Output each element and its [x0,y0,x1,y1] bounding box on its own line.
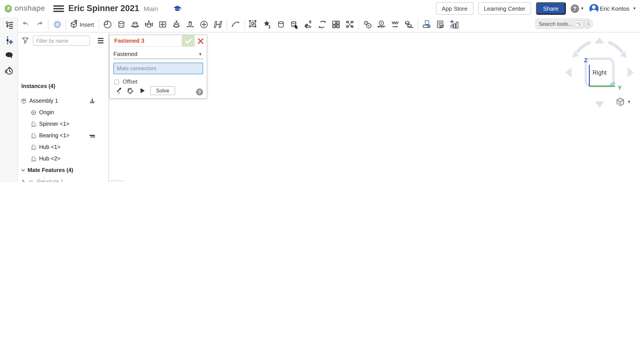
planar-mate-icon [158,20,168,29]
strip-button-history[interactable] [4,66,14,76]
share-button[interactable]: Share [536,2,566,15]
toolbar-button-parallel-mate[interactable] [211,18,224,31]
screw-relation-icon [390,20,400,29]
chevron-down-icon: ▼ [627,100,631,104]
tree-row-hub-1[interactable]: Hub <1> [18,141,109,153]
toolbar-button-belt-relation[interactable] [402,18,415,31]
document-title: Eric Spinner 2021 [68,4,139,13]
toolbar-button-cylindrical-mate[interactable] [170,18,183,31]
learning-badge-button[interactable] [170,3,184,14]
accept-button[interactable] [182,35,195,47]
slider-mate-icon [144,20,154,29]
toolbar-button-replicate[interactable] [316,18,329,31]
chevron-down-icon: ▼ [198,52,202,56]
rotate-down-arrow-icon [595,101,604,108]
toolbar-button-revolute-mate[interactable] [129,18,142,31]
onshape-wordmark: onshape [15,4,45,13]
toolbar-button-tangent-mate[interactable] [229,18,242,31]
grounded-icon [89,98,96,104]
toolbar-button-group[interactable] [247,18,260,31]
toolbar-button-slider-mate[interactable] [142,18,155,31]
view-options-button[interactable]: ▼ [615,96,633,108]
reorient-secondary-axis-icon[interactable] [126,87,134,95]
toolbar-button-insert[interactable]: Insert [68,18,96,31]
dialog-header[interactable]: Fastened 3 [110,35,207,47]
tree-row-assembly-1[interactable]: Assembly 1 [18,95,109,107]
toolbar-button-rack-pinion-relation[interactable] [375,18,388,31]
app-store-button[interactable]: App Store [436,2,473,15]
offset-row[interactable]: Offset [114,79,203,85]
toolbar-button-undo[interactable] [19,18,32,31]
part-icon [30,132,37,139]
toolbar-button-screw-relation[interactable] [389,18,402,31]
tree-row-label: Hub <1> [39,144,60,150]
user-menu[interactable]: Eric Kontos ▼ [589,4,636,13]
strip-button-create-version[interactable] [4,35,14,45]
mate-connector-icon [290,20,300,29]
tree-row-label: Bearing <1> [39,132,69,139]
onshape-logo[interactable]: onshape [4,4,45,13]
learning-center-button[interactable]: Learning Center [478,2,531,15]
part-icon [30,121,37,127]
belt-relation-icon [404,20,414,29]
mate-connectors-placeholder: Mate connectors [117,65,156,72]
animate-mate-icon[interactable] [138,87,146,95]
list-view-icon[interactable] [97,37,104,44]
strip-button-comments[interactable] [4,50,14,60]
flip-primary-axis-icon[interactable] [114,87,122,95]
toolbar-divider [358,19,359,30]
fastened-mate-dialog: Fastened 3 Fastened ▼ Mate connectors Of… [109,35,207,99]
toolbar-button-bom-table[interactable] [448,18,461,31]
onshape-logo-icon [4,4,13,13]
toolbar-button-mate[interactable] [101,18,114,31]
fixed-icon [89,132,96,139]
ball-mate-icon [199,20,209,29]
toolbar-button-snap-mode[interactable] [302,18,315,31]
roll-ccw-arrow-icon[interactable] [577,42,591,52]
dialog-help-icon[interactable]: ? [196,88,203,96]
z-axis-label: Z [584,57,588,64]
help-menu[interactable]: ? ▼ [570,4,584,13]
tree-row-hub-2[interactable]: Hub <2> [18,153,109,164]
create-version-icon [4,35,14,45]
filter-input[interactable] [33,36,90,46]
roll-cw-arrow-icon[interactable] [608,42,622,52]
workspace-name: Main [144,5,158,12]
toolbar-button-redo[interactable] [33,18,46,31]
toolbar-button-snap-fasten[interactable] [261,18,274,31]
toolbar-button-section-view[interactable] [420,18,433,31]
mate-connectors-field[interactable]: Mate connectors [113,63,203,74]
toolbar-button-fastened-mate[interactable] [115,18,128,31]
feature-list-flyout-button[interactable] [109,180,124,182]
graduation-cap-icon [172,4,182,13]
document-menu-icon[interactable] [53,4,64,13]
toolbar-button-cylindrical-tool[interactable] [274,18,287,31]
insert-label: Insert [80,21,94,28]
tree-row-origin[interactable]: Origin [18,107,109,118]
toolbar-button-mate-connector[interactable] [288,18,301,31]
toolbar-button-gear-relation[interactable] [361,18,374,31]
search-tools-placeholder: Search tools... [539,21,573,27]
mate-type-value: Fastened [113,51,137,57]
left-icon-strip [0,17,18,182]
toolbar-button-planar-mate[interactable] [156,18,169,31]
toolbar-button-pin-slot-mate[interactable] [184,18,197,31]
filter-icon[interactable] [21,36,29,44]
offset-checkbox[interactable] [114,79,119,84]
mate-type-dropdown[interactable]: Fastened ▼ [113,49,203,59]
toolbar-button-linear-pattern[interactable] [330,18,342,31]
tree-row-bearing-1[interactable]: Bearing <1> [18,130,109,141]
search-tools-box[interactable]: Search tools... ⌥ C [535,18,590,29]
cancel-button[interactable] [195,35,207,47]
mate-feature-row-revolute-1[interactable]: Revolute 1 [18,176,109,182]
bom-table-icon [449,20,459,29]
toolbar-button-update-sync[interactable] [51,18,64,31]
snap-mode-icon [304,20,313,29]
strip-button-feature-list[interactable] [4,20,14,30]
toolbar-button-exploded-view[interactable] [343,18,356,31]
mate-features-header-row[interactable]: Mate Features (4) [18,164,109,176]
toolbar-button-ball-mate[interactable] [198,18,210,31]
solve-button[interactable]: Solve [150,86,175,95]
tree-row-spinner-1[interactable]: Spinner <1> [18,118,109,130]
toolbar-button-display-states[interactable] [434,18,447,31]
